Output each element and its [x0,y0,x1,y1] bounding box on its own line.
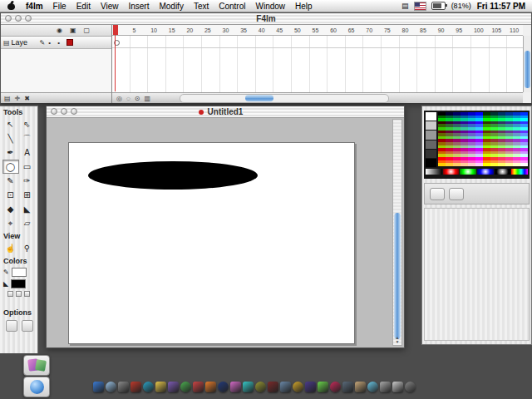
stage[interactable] [68,142,355,344]
line-tool[interactable]: ╲ [2,131,19,145]
dock-tile-graphics-app[interactable] [23,355,50,376]
menu-clock[interactable]: Fri 11:57 PM [477,2,525,11]
frame-area[interactable] [112,36,523,92]
add-layer-button[interactable]: ▤ [4,95,11,102]
menu-control[interactable]: Control [219,2,245,11]
oval-tool[interactable]: ◯ [2,160,19,174]
swatch[interactable] [426,159,436,167]
dock-icon[interactable] [93,382,104,392]
panel-button-1[interactable] [430,188,445,200]
frame-number[interactable]: 55 [313,25,331,33]
layer-frames-row[interactable] [112,36,523,48]
swatch[interactable] [426,112,436,121]
frame-number[interactable]: 85 [420,25,438,33]
arrow-tool[interactable]: ↖ [2,117,19,131]
pen-tool[interactable]: ✒ [2,145,19,160]
swatch[interactable] [490,163,498,166]
swatch[interactable] [453,163,461,166]
swatch[interactable] [426,131,436,139]
frame-number[interactable]: 105 [491,25,510,33]
gradient-swatch-linear-gray[interactable] [426,169,442,175]
displays-icon[interactable]: ▤ [401,2,409,10]
dock-icon[interactable] [392,382,403,392]
frame-number[interactable]: 35 [240,25,259,33]
dock-icon[interactable] [342,382,353,392]
black-ellipse-shape[interactable] [88,161,258,190]
swatch[interactable] [438,163,446,166]
pencil-tool[interactable]: ✎ [2,174,19,188]
frame-number[interactable]: 80 [402,25,421,33]
frame-number[interactable]: 50 [294,25,313,33]
swatch[interactable] [461,163,468,166]
menu-view[interactable]: View [101,2,119,11]
gradient-swatch-rainbow[interactable] [511,169,528,175]
option-button-1[interactable] [6,320,17,332]
dock-icon[interactable] [367,382,378,392]
dock-icon[interactable] [131,382,141,392]
frame-number[interactable]: 40 [259,25,277,33]
playhead[interactable] [113,25,118,35]
dock-icon[interactable] [355,382,366,392]
frame-number[interactable]: 45 [276,25,294,33]
dock-icon[interactable] [106,382,116,392]
stroke-color-swatch[interactable] [12,268,27,277]
dock-icon[interactable] [293,382,303,392]
layer-name[interactable]: Laye [12,38,38,47]
timeline-hscrollbar[interactable] [180,94,389,103]
layer-outline-color[interactable] [66,39,73,46]
hand-tool[interactable]: ☝ [2,241,19,255]
frame-ruler[interactable]: 1510152025303540455055606570758085909510… [112,25,523,36]
eraser-tool[interactable]: ▱ [19,216,36,230]
fill-transform-tool[interactable]: ⊞ [19,188,36,202]
dock-icon[interactable] [280,382,291,392]
dock-icon[interactable] [143,382,154,392]
swatch[interactable] [505,163,513,166]
swatch[interactable] [498,163,505,166]
onion-skin-icon[interactable]: ◌ [126,95,131,102]
battery-icon[interactable] [431,2,446,10]
lasso-tool[interactable]: ⌒ [19,131,36,145]
swatch[interactable] [446,163,453,166]
minimize-button[interactable] [61,108,67,115]
frame-number[interactable]: 25 [204,25,223,33]
frame-number[interactable]: 75 [384,25,402,33]
apple-menu-icon[interactable] [7,1,16,11]
eyedropper-tool[interactable]: ⌖ [2,216,19,230]
lock-icon[interactable]: ▣ [70,27,76,34]
frame-number[interactable]: 10 [150,25,169,33]
gradient-swatch-radial-blue[interactable] [477,169,494,175]
swatch[interactable] [513,163,520,166]
pasteboard[interactable]: ▲▼ [47,118,404,347]
dock-icon[interactable] [180,382,191,392]
layer-lock-dot[interactable]: • [54,39,63,47]
frame-number[interactable]: 20 [186,25,204,33]
subselect-tool[interactable]: ⇖ [19,117,36,131]
swatch[interactable] [426,150,436,158]
swap-colors-button[interactable] [24,291,30,297]
dock-icon[interactable] [318,382,328,392]
scroll-arrows[interactable]: ▲▼ [393,336,401,344]
layer-visible-dot[interactable]: • [45,39,54,47]
dock-icon[interactable] [193,382,204,392]
menu-window[interactable]: Window [255,2,285,11]
frame-number[interactable]: 70 [366,25,384,33]
option-button-2[interactable] [22,320,33,332]
fill-color-swatch[interactable] [11,279,26,288]
dock-icon[interactable] [255,382,266,392]
menu-help[interactable]: Help [295,2,313,11]
dock-icon[interactable] [230,382,241,392]
document-titlebar[interactable]: Untitled1 [47,106,404,118]
swatch[interactable] [520,163,528,166]
menu-file[interactable]: File [53,2,66,11]
center-frame-icon[interactable]: ◎ [116,95,122,102]
delete-layer-button[interactable]: ✖ [24,95,30,102]
hscroll-thumb[interactable] [245,95,273,101]
dock-icon[interactable] [405,382,416,392]
default-colors-button[interactable] [7,291,13,297]
menu-text[interactable]: Text [194,2,209,11]
free-transform-tool[interactable]: ⊡ [2,188,19,202]
close-button[interactable] [51,108,57,115]
swatch[interactable] [426,121,436,130]
edit-multiple-frames-icon[interactable]: ▥ [144,95,150,102]
input-language-flag-icon[interactable] [415,2,426,10]
